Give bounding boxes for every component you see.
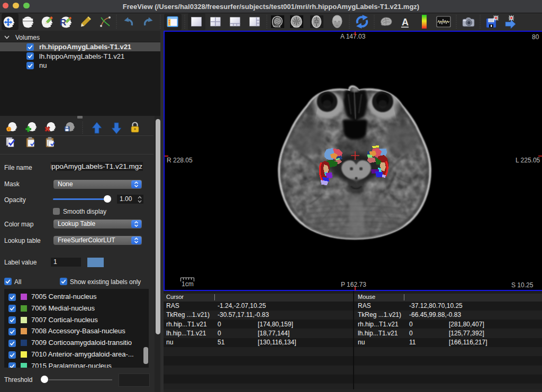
svg-text:A: A (402, 17, 409, 28)
